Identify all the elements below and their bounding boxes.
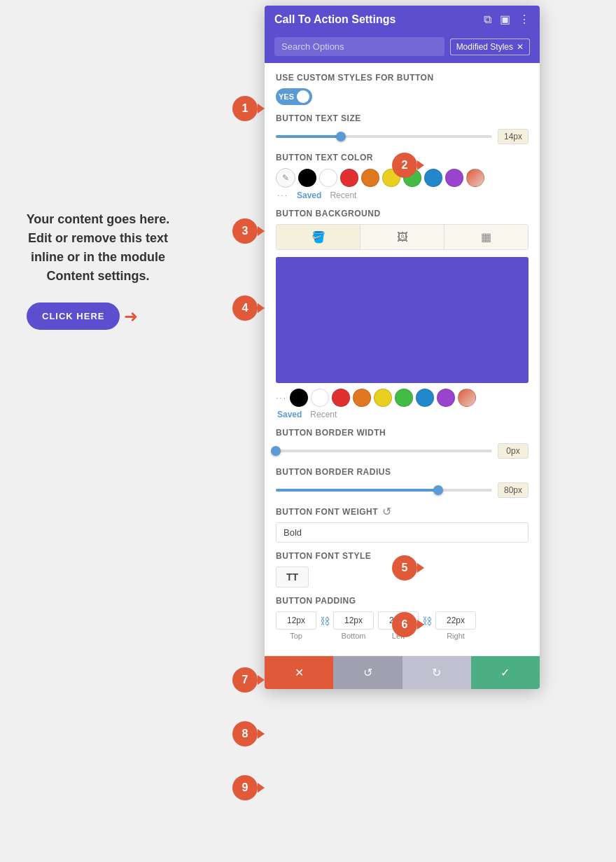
bg-color-black[interactable] [290,389,308,407]
text-color-actions: ··· Saved Recent [276,190,528,200]
color-orange[interactable] [361,169,379,187]
border-width-track[interactable] [276,450,492,452]
custom-styles-row: YES [276,88,528,105]
padding-right-label: Right [447,632,465,640]
badge-3: 3 [232,218,258,244]
custom-styles-toggle[interactable]: YES [276,88,312,105]
settings-panel: Call To Action Settings ⧉ ▣ ⋮ Modified S… [265,6,540,689]
toggle-knob [297,90,309,103]
fill-icon: 🪣 [312,230,326,244]
custom-styles-label: Use Custom Styles For Button [276,73,528,83]
padding-top-label: Top [290,632,302,640]
text-size-value[interactable]: 14px [498,129,528,144]
bg-color-green[interactable] [395,389,413,407]
panel-search-bar: Modified Styles ✕ [265,33,540,63]
font-weight-select[interactable]: Thin Extra Light Light Normal Bold Extra… [276,522,528,543]
dots-more[interactable]: ··· [277,190,288,200]
badge-1: 1 [232,96,258,121]
panel-header-icons: ⧉ ▣ ⋮ [484,13,530,26]
redo-button[interactable]: ↻ [402,656,471,689]
bg-color-purple[interactable] [437,389,455,407]
padding-bottom-label: Bottom [342,632,366,640]
border-width-value[interactable]: 0px [498,443,528,459]
badge-4: 4 [232,296,258,321]
layout-icon[interactable]: ▣ [500,13,510,26]
color-picker-icon[interactable]: ✎ [276,168,295,188]
bg-color-preview[interactable] [276,257,528,383]
color-red[interactable] [340,169,358,187]
bg-color-white[interactable] [311,389,329,407]
more-icon[interactable]: ⋮ [519,13,530,26]
content-text: Your content goes here. Edit or remove t… [21,210,175,286]
text-size-thumb[interactable] [336,132,346,141]
text-size-label: Button Text Size [276,113,528,123]
padding-top-input[interactable] [276,611,316,630]
badge-8: 8 [232,721,258,746]
reset-button[interactable]: ↺ [333,656,402,689]
search-input[interactable] [274,37,444,56]
bg-recent-label[interactable]: Recent [310,410,337,419]
color-purple[interactable] [445,169,463,187]
color-white[interactable] [319,169,337,187]
duplicate-icon[interactable]: ⧉ [484,13,491,26]
color-blue[interactable] [424,169,442,187]
recent-label[interactable]: Recent [330,190,356,200]
font-weight-row: Thin Extra Light Light Normal Bold Extra… [276,522,528,543]
panel-title: Call To Action Settings [274,13,396,26]
bg-color-blue[interactable] [416,389,434,407]
gradient-icon: ▦ [481,230,491,244]
bg-color-red[interactable] [332,389,350,407]
border-radius-thumb[interactable] [433,485,443,495]
bg-color-gradient[interactable] [458,389,476,407]
text-size-track[interactable] [276,135,492,138]
saved-label[interactable]: Saved [297,190,321,200]
bg-color-row: ··· [276,389,528,407]
left-content-area: Your content goes here. Edit or remove t… [21,210,175,330]
badge-2: 2 [392,153,417,178]
button-bg-label: Button Background [276,209,528,218]
padding-right-input[interactable] [435,611,476,630]
modified-styles-badge[interactable]: Modified Styles ✕ [450,39,530,55]
bg-tab-image[interactable]: 🖼 [360,225,444,249]
border-radius-value[interactable]: 80px [498,482,528,498]
bg-dots[interactable]: ··· [276,393,287,403]
color-black[interactable] [298,169,316,187]
padding-bottom-field: Bottom [333,611,374,640]
bg-tab-gradient[interactable]: ▦ [444,225,528,249]
cancel-button[interactable]: ✕ [265,656,333,689]
border-width-label: Button Border Width [276,428,528,438]
badge-6: 6 [392,612,417,637]
text-size-fill [276,135,341,138]
panel-header: Call To Action Settings ⧉ ▣ ⋮ [265,6,540,33]
font-weight-reset-icon[interactable]: ↺ [382,505,391,518]
link-top-bottom-icon[interactable]: ⛓ [318,616,332,627]
padding-top-field: Top [276,611,316,640]
bg-color-orange[interactable] [353,389,371,407]
border-radius-fill [276,489,438,492]
arrow-right-icon: ➜ [124,307,138,326]
padding-right-field: Right [435,611,476,640]
padding-label: Button Padding [276,596,528,606]
border-width-row: 0px [276,443,528,459]
border-radius-track[interactable] [276,489,492,492]
text-size-row: 14px [276,129,528,144]
bg-color-actions: Saved Recent [276,410,528,419]
font-weight-label: Button Font Weight [276,507,378,517]
border-radius-row: 80px [276,482,528,498]
image-icon: 🖼 [397,231,408,244]
confirm-button[interactable]: ✓ [471,656,540,689]
badge-5: 5 [392,555,417,581]
bg-tab-fill[interactable]: 🪣 [276,225,360,249]
panel-footer: ✕ ↺ ↻ ✓ [265,655,540,689]
color-gradient[interactable] [466,169,484,187]
badge-7: 7 [232,667,258,693]
close-icon[interactable]: ✕ [517,42,524,52]
bg-tabs: 🪣 🖼 ▦ [276,224,528,250]
font-style-tt-button[interactable]: TT [276,566,309,588]
border-width-thumb[interactable] [271,446,281,456]
badge-9: 9 [232,775,258,800]
bg-color-yellow[interactable] [374,389,392,407]
padding-bottom-input[interactable] [333,611,374,630]
click-here-button[interactable]: CLICK HERE [27,303,120,330]
bg-saved-label[interactable]: Saved [277,410,302,419]
